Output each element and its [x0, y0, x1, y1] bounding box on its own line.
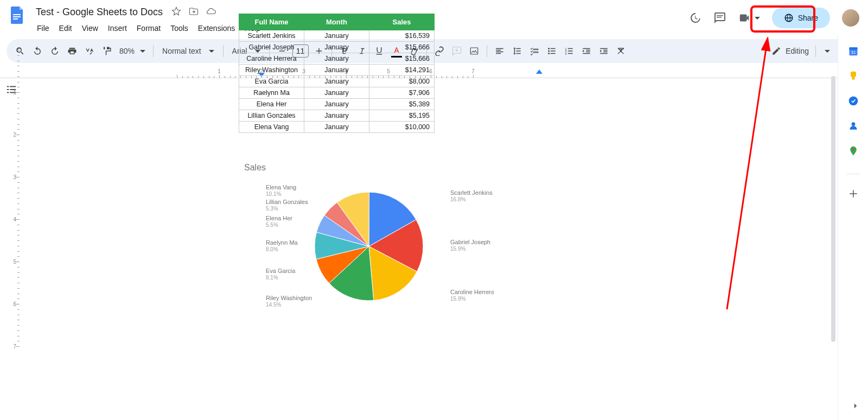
- hide-side-panel-icon[interactable]: [851, 401, 860, 412]
- svg-text:3: 3: [565, 52, 566, 55]
- svg-rect-46: [849, 47, 857, 49]
- svg-text:5.5%: 5.5%: [266, 222, 278, 228]
- comments-icon[interactable]: [713, 11, 726, 24]
- svg-rect-14: [550, 53, 555, 54]
- share-button[interactable]: Share: [772, 8, 830, 28]
- add-comment-icon[interactable]: [449, 43, 465, 59]
- svg-text:Raelynn Ma: Raelynn Ma: [266, 239, 298, 246]
- zoom-value: 80%: [119, 47, 135, 55]
- get-addons-icon[interactable]: [848, 188, 859, 199]
- side-panel: 31: [838, 35, 868, 420]
- svg-text:8.1%: 8.1%: [266, 275, 278, 281]
- paint-format-icon[interactable]: [99, 43, 115, 59]
- svg-rect-13: [550, 50, 555, 52]
- spellcheck-icon[interactable]: [81, 43, 98, 59]
- svg-point-48: [848, 97, 858, 106]
- document-title[interactable]: Test - Google Sheets to Docs: [33, 5, 166, 19]
- maps-icon[interactable]: [848, 145, 859, 156]
- svg-point-9: [548, 48, 550, 49]
- svg-text:16.8%: 16.8%: [450, 196, 465, 202]
- move-icon[interactable]: [189, 7, 199, 18]
- sales-table: Full NameMonthSales Scarlett JenkinsJanu…: [239, 14, 435, 133]
- svg-text:14.5%: 14.5%: [266, 302, 281, 308]
- svg-point-11: [548, 53, 550, 54]
- editing-mode-label: Editing: [786, 47, 809, 55]
- menu-tools[interactable]: Tools: [166, 22, 193, 35]
- svg-point-49: [851, 122, 855, 126]
- svg-text:5.3%: 5.3%: [266, 206, 278, 212]
- svg-text:Caroline Herrera: Caroline Herrera: [450, 289, 494, 295]
- undo-icon[interactable]: [29, 43, 46, 59]
- svg-rect-3: [717, 15, 723, 16]
- menu-view[interactable]: View: [78, 22, 103, 35]
- keep-icon[interactable]: [848, 71, 859, 81]
- svg-text:8.0%: 8.0%: [266, 246, 278, 252]
- svg-rect-8: [470, 48, 478, 54]
- svg-text:15.9%: 15.9%: [450, 296, 465, 302]
- checklist-icon[interactable]: [526, 43, 542, 59]
- vertical-scrollbar[interactable]: [829, 76, 835, 347]
- menu-extensions[interactable]: Extensions: [194, 22, 239, 35]
- align-dropdown[interactable]: [492, 43, 508, 59]
- calendar-icon[interactable]: 31: [848, 46, 859, 56]
- line-spacing-icon[interactable]: [509, 43, 525, 59]
- svg-text:Gabriel Joseph: Gabriel Joseph: [450, 239, 490, 245]
- menu-insert[interactable]: Insert: [104, 22, 131, 35]
- svg-point-50: [852, 148, 854, 150]
- svg-rect-2: [13, 18, 18, 20]
- svg-text:Riley Washington: Riley Washington: [266, 295, 312, 301]
- svg-rect-0: [13, 14, 21, 15]
- svg-text:10.1%: 10.1%: [266, 191, 281, 197]
- menu-edit[interactable]: Edit: [55, 22, 76, 35]
- print-icon[interactable]: [64, 43, 80, 59]
- svg-rect-18: [567, 48, 572, 49]
- svg-rect-4: [717, 17, 722, 18]
- svg-text:Elena Her: Elena Her: [266, 215, 292, 221]
- svg-text:Eva Garcia: Eva Garcia: [266, 268, 296, 274]
- pie-chart: Sales Scarlett Jenkins16.8%Gabriel Josep…: [244, 163, 494, 319]
- tasks-icon[interactable]: [848, 96, 859, 106]
- svg-rect-12: [550, 48, 555, 49]
- zoom-dropdown[interactable]: 80%: [116, 47, 149, 55]
- redo-icon[interactable]: [47, 43, 63, 59]
- svg-text:15.9%: 15.9%: [450, 246, 465, 252]
- insert-image-icon[interactable]: [466, 43, 482, 59]
- meet-dropdown[interactable]: [738, 12, 760, 24]
- svg-rect-20: [567, 53, 572, 54]
- style-name: Normal text: [162, 47, 201, 55]
- svg-rect-19: [567, 50, 572, 52]
- svg-text:Elena Vang: Elena Vang: [266, 184, 296, 190]
- account-avatar[interactable]: [842, 9, 859, 27]
- clear-formatting-icon[interactable]: [613, 43, 629, 59]
- chart-title: Sales: [244, 163, 494, 173]
- bulleted-list-icon[interactable]: [544, 43, 560, 59]
- increase-indent-icon[interactable]: [596, 43, 612, 59]
- history-icon[interactable]: [688, 11, 701, 24]
- decrease-indent-icon[interactable]: [578, 43, 595, 59]
- svg-rect-1: [13, 16, 21, 17]
- contacts-icon[interactable]: [848, 120, 859, 131]
- numbered-list-icon[interactable]: 123: [561, 43, 577, 59]
- vertical-ruler: 1234567: [0, 76, 24, 420]
- svg-text:31: 31: [851, 50, 855, 55]
- editing-mode-selector[interactable]: Editing: [771, 45, 834, 57]
- paragraph-style-dropdown[interactable]: Normal text: [158, 47, 219, 55]
- svg-point-10: [548, 50, 550, 52]
- svg-rect-52: [850, 193, 857, 194]
- star-icon[interactable]: [171, 7, 181, 18]
- docs-logo-icon[interactable]: [7, 4, 28, 26]
- cloud-status-icon[interactable]: [206, 7, 216, 18]
- menu-file[interactable]: File: [33, 22, 54, 35]
- search-menus-icon[interactable]: [12, 43, 28, 59]
- svg-text:Scarlett Jenkins: Scarlett Jenkins: [450, 189, 493, 196]
- share-label: Share: [798, 14, 818, 22]
- menu-format[interactable]: Format: [132, 22, 165, 35]
- svg-text:Lillian Gonzales: Lillian Gonzales: [266, 199, 308, 205]
